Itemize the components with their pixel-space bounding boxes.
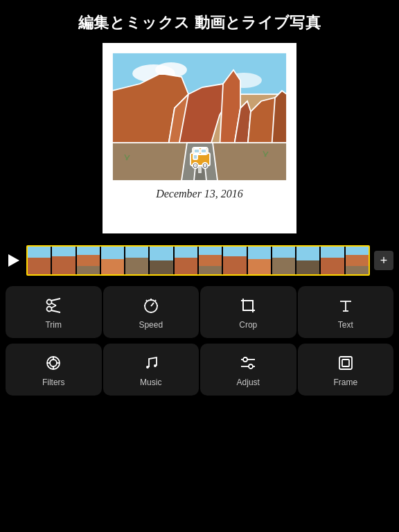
music-icon xyxy=(141,353,161,373)
tools-row-1: Trim Speed xyxy=(0,283,399,341)
svg-point-30 xyxy=(47,300,52,305)
timeline-frame xyxy=(150,247,172,274)
polaroid-area: December 13, 2016 xyxy=(0,43,399,240)
adjust-icon xyxy=(238,353,258,373)
header: 編集とミックス 動画とライブ写真 xyxy=(0,0,399,43)
crop-tool[interactable]: Crop xyxy=(200,286,296,338)
svg-point-23 xyxy=(195,165,197,167)
svg-line-32 xyxy=(51,299,60,301)
timeline-frame xyxy=(346,247,369,274)
svg-rect-20 xyxy=(201,149,206,153)
svg-point-31 xyxy=(47,307,52,312)
svg-line-34 xyxy=(51,303,56,306)
timeline-frame xyxy=(199,247,222,274)
trim-tool[interactable]: Trim xyxy=(6,286,102,338)
polaroid-image xyxy=(112,53,287,181)
crop-label: Crop xyxy=(239,320,257,330)
svg-line-35 xyxy=(51,305,56,308)
add-clip-button[interactable]: + xyxy=(374,251,393,270)
play-button[interactable] xyxy=(6,252,22,269)
tools-section: Trim Speed xyxy=(0,281,399,401)
svg-point-54 xyxy=(154,364,157,367)
timeline-frame xyxy=(125,247,148,274)
svg-point-57 xyxy=(243,357,247,362)
svg-point-58 xyxy=(249,364,253,369)
trim-label: Trim xyxy=(45,320,62,330)
timeline-row: + xyxy=(0,240,399,281)
timeline-frame xyxy=(223,247,246,274)
svg-line-39 xyxy=(146,300,147,301)
adjust-label: Adjust xyxy=(237,378,260,387)
svg-rect-59 xyxy=(339,357,352,369)
timeline-frame xyxy=(272,247,295,274)
polaroid-caption: December 13, 2016 xyxy=(112,188,287,200)
svg-line-37 xyxy=(151,303,154,306)
speed-icon xyxy=(141,296,161,315)
timeline-frame xyxy=(77,247,100,274)
polaroid-card: December 13, 2016 xyxy=(103,43,296,233)
timeline-frame xyxy=(101,247,124,274)
svg-line-40 xyxy=(155,300,156,301)
timeline-frame xyxy=(52,247,75,274)
svg-line-33 xyxy=(51,310,60,312)
text-tool[interactable]: Text xyxy=(298,286,394,338)
frame-icon xyxy=(336,353,355,373)
svg-rect-21 xyxy=(193,154,197,159)
svg-rect-15 xyxy=(199,167,201,172)
crop-icon xyxy=(238,296,258,315)
scissors-icon xyxy=(44,296,63,315)
music-tool[interactable]: Music xyxy=(103,344,200,396)
svg-rect-60 xyxy=(342,360,349,366)
svg-point-48 xyxy=(50,360,57,366)
adjust-tool[interactable]: Adjust xyxy=(200,344,296,396)
frame-tool[interactable]: Frame xyxy=(298,344,394,396)
svg-rect-43 xyxy=(243,301,253,310)
frame-label: Frame xyxy=(333,378,357,387)
timeline-frame xyxy=(28,247,51,274)
filters-tool[interactable]: Filters xyxy=(6,344,102,396)
timeline-frame xyxy=(175,247,197,274)
text-label: Text xyxy=(338,320,353,330)
svg-point-25 xyxy=(204,165,206,167)
timeline-frame xyxy=(248,247,271,274)
svg-point-53 xyxy=(146,366,149,369)
music-label: Music xyxy=(140,378,161,387)
speed-label: Speed xyxy=(139,320,163,330)
tools-row-2: Filters Music Adjust xyxy=(0,341,399,398)
timeline-strip[interactable] xyxy=(26,245,370,276)
text-icon xyxy=(336,296,355,315)
play-icon xyxy=(8,254,19,267)
svg-rect-19 xyxy=(194,149,200,153)
scene-svg xyxy=(112,53,287,181)
timeline-frame xyxy=(296,247,319,274)
timeline-frame xyxy=(321,247,344,274)
speed-tool[interactable]: Speed xyxy=(103,286,200,338)
filters-label: Filters xyxy=(42,378,65,387)
filters-icon xyxy=(44,353,63,373)
page-title: 編集とミックス 動画とライブ写真 xyxy=(78,14,321,31)
